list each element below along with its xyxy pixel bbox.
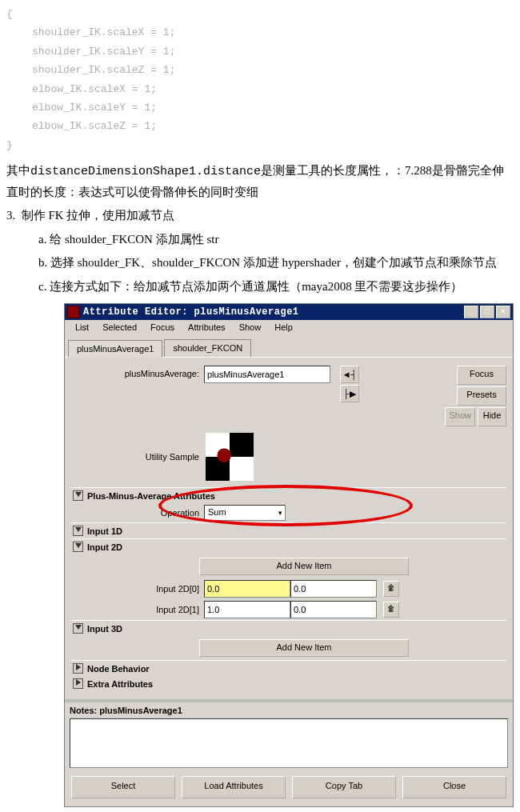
- add-new-item-3d-button[interactable]: Add New Item: [199, 639, 409, 657]
- titlebar: Attribute Editor: plusMinusAverage1 _ □ …: [65, 304, 513, 320]
- utility-sample-swatch[interactable]: [206, 433, 254, 481]
- focus-button[interactable]: Focus: [457, 366, 506, 385]
- code-line: {: [6, 5, 520, 23]
- code-inline: distanceDimensionShape1.distance: [30, 165, 261, 178]
- code-line: shoulder_IK.scaleY = 1;: [6, 42, 520, 61]
- attr-type-label: plusMinusAverage:: [71, 366, 204, 378]
- input2d0-x[interactable]: [204, 580, 290, 598]
- go-downstream-icon[interactable]: ├▶: [340, 385, 359, 402]
- code-line: shoulder_IK.scaleX = 1;: [6, 23, 520, 42]
- tab-bar: plusMinusAverage1 shoulder_FKCON: [65, 334, 513, 358]
- input2d0-label: Input 2D[0]: [108, 584, 204, 594]
- disclosure-icon: [73, 678, 83, 689]
- menubar: List Selected Focus Attributes Show Help: [65, 320, 513, 334]
- minimize-button[interactable]: _: [464, 306, 478, 318]
- section-title: Node Behavior: [87, 664, 150, 674]
- operation-select[interactable]: Sum: [204, 505, 286, 521]
- menu-selected[interactable]: Selected: [97, 322, 142, 332]
- list-item-3: 3. 制作 FK 拉伸，使用加减节点: [0, 204, 520, 228]
- code-line: elbow_IK.scaleZ = 1;: [6, 117, 520, 135]
- notes-textarea[interactable]: [70, 718, 508, 768]
- node-name-input[interactable]: [204, 366, 330, 383]
- maximize-button[interactable]: □: [480, 306, 494, 318]
- content-panel: plusMinusAverage: ◄┤ ├▶ Focus Presets Sh…: [65, 358, 513, 699]
- presets-button[interactable]: Presets: [457, 386, 506, 406]
- disclosure-icon: [73, 490, 83, 501]
- section-title: Plus-Minus-Average Attributes: [87, 491, 215, 501]
- disclosure-icon: [73, 623, 83, 634]
- list-item-a: a. 给 shoulder_FKCON 添加属性 str: [0, 228, 520, 252]
- list-item-c: c. 连接方式如下：给加减节点添加两个通道属性（maya2008 里不需要这步操…: [0, 275, 520, 299]
- menu-attributes[interactable]: Attributes: [182, 322, 230, 332]
- section-title: Input 2D: [87, 542, 122, 552]
- section-title: Extra Attributes: [87, 679, 153, 689]
- paragraph: 其中distanceDimensionShape1.distance是测量工具的…: [0, 159, 520, 204]
- hide-button[interactable]: Hide: [478, 407, 506, 426]
- code-line: elbow_IK.scaleY = 1;: [6, 98, 520, 117]
- disclosure-icon: [73, 542, 83, 552]
- text: 其中: [6, 164, 30, 177]
- copy-tab-button[interactable]: Copy Tab: [292, 776, 396, 798]
- input2d1-x[interactable]: [204, 601, 290, 618]
- section-input-2d[interactable]: Input 2D: [71, 538, 506, 554]
- input2d1-label: Input 2D[1]: [108, 605, 204, 614]
- code-line: shoulder_IK.scaleZ = 1;: [6, 61, 520, 79]
- menu-help[interactable]: Help: [269, 322, 298, 332]
- notes-label: Notes: plusMinusAverage1: [65, 702, 513, 718]
- menu-list[interactable]: List: [70, 322, 94, 332]
- list-text: 制作 FK 拉伸，使用加减节点: [22, 209, 175, 222]
- section-pma-attributes[interactable]: Plus-Minus-Average Attributes: [71, 487, 506, 503]
- section-input-3d[interactable]: Input 3D: [71, 620, 506, 636]
- window-title: Attribute Editor: plusMinusAverage1: [83, 306, 462, 318]
- go-upstream-icon[interactable]: ◄┤: [340, 366, 359, 383]
- input2d0-y[interactable]: [290, 580, 377, 598]
- section-node-behavior[interactable]: Node Behavior: [71, 660, 506, 676]
- section-title: Input 1D: [87, 526, 122, 536]
- section-input-1d[interactable]: Input 1D: [71, 522, 506, 538]
- close-button[interactable]: ×: [496, 306, 510, 318]
- disclosure-icon: [73, 663, 83, 674]
- operation-label: Operation: [108, 508, 204, 518]
- close-button-bottom[interactable]: Close: [402, 776, 506, 798]
- section-extra-attributes[interactable]: Extra Attributes: [71, 676, 506, 691]
- select-button[interactable]: Select: [71, 776, 175, 798]
- code-line: }: [6, 136, 520, 154]
- tab-shoulder-fkcon[interactable]: shoulder_FKCON: [164, 339, 251, 357]
- delete-2d1-button[interactable]: 🗑: [383, 602, 399, 618]
- tab-plusminusaverage[interactable]: plusMinusAverage1: [68, 340, 162, 358]
- disclosure-icon: [73, 526, 83, 536]
- utility-sample-label: Utility Sample: [71, 452, 206, 462]
- list-item-b: b. 选择 shoulder_FK、shoulder_FKCON 添加进 hyp…: [0, 251, 520, 275]
- load-attributes-button[interactable]: Load Attributes: [182, 776, 286, 798]
- list-number: 3.: [6, 209, 15, 222]
- menu-show[interactable]: Show: [234, 322, 267, 332]
- code-line: elbow_IK.scaleX = 1;: [6, 80, 520, 98]
- input2d1-y[interactable]: [290, 601, 377, 618]
- menu-focus[interactable]: Focus: [145, 322, 180, 332]
- attribute-editor-window: Attribute Editor: plusMinusAverage1 _ □ …: [64, 303, 514, 807]
- section-title: Input 3D: [87, 624, 122, 634]
- code-block: { shoulder_IK.scaleX = 1; shoulder_IK.sc…: [0, 0, 520, 159]
- delete-2d0-button[interactable]: 🗑: [383, 581, 399, 597]
- maya-icon: [67, 306, 80, 318]
- show-button[interactable]: Show: [445, 407, 475, 426]
- select-value: Sum: [208, 507, 226, 517]
- add-new-item-2d-button[interactable]: Add New Item: [199, 558, 409, 575]
